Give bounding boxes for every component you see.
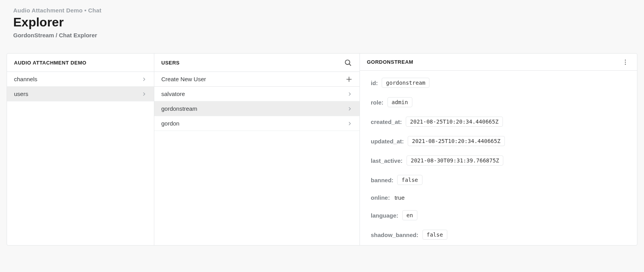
detail-value: false [397,175,422,185]
detail-row-id: id:gordonstream [371,78,626,88]
detail-row-createdat: created_at:2021-08-25T10:20:34.440665Z [371,117,626,127]
detail-row-online: online:true [371,194,626,201]
detail-label: role: [371,99,384,106]
detail-label: last_active: [371,157,403,164]
detail-value: admin [387,97,412,107]
page-title: Explorer [13,15,631,30]
detail-label: id: [371,80,378,86]
user-item-salvatore[interactable]: salvatore [154,87,360,101]
detail-label: language: [371,212,398,219]
detail-value: true [394,194,405,201]
chevron-right-icon [347,91,353,97]
sidebar-item-channels[interactable]: channels [7,72,154,87]
detail-body: id:gordonstreamrole:admincreated_at:2021… [360,71,637,245]
detail-row-banned: banned:false [371,175,626,185]
svg-line-1 [349,64,351,66]
detail-value: 2021-08-25T10:20:34.440665Z [408,136,505,146]
svg-point-5 [625,61,626,62]
detail-value: 2021-08-30T09:31:39.766875Z [407,155,504,166]
user-item-gordon[interactable]: gordon [154,116,360,131]
panel-users-list: salvatoregordonstreamgordon [154,87,360,131]
detail-label: created_at: [371,119,402,125]
user-item-gordonstream[interactable]: gordonstream [154,101,360,116]
create-user-button[interactable]: Create New User [154,72,360,87]
plus-icon [346,76,353,83]
chevron-right-icon [141,77,147,82]
more-vertical-icon[interactable] [621,58,630,67]
chevron-right-icon [347,106,353,112]
chevron-right-icon [347,121,353,126]
panel-app: Audio Attachment Demo channelsusers [7,54,154,245]
user-item-label: gordonstream [161,105,197,112]
detail-label: online: [371,194,390,201]
panel-users-title: Users [161,60,180,66]
user-item-label: salvatore [161,91,185,97]
panel-app-title: Audio Attachment Demo [14,60,86,66]
sidebar-item-users[interactable]: users [7,87,154,101]
breadcrumb: GordonStream / Chat Explorer [13,32,631,38]
panel-users-header: Users [154,54,360,72]
search-icon[interactable] [343,58,353,67]
create-user-label: Create New User [161,76,206,82]
svg-point-4 [625,59,626,60]
sidebar-item-label: channels [14,76,37,82]
detail-row-updatedat: updated_at:2021-08-25T10:20:34.440665Z [371,136,626,146]
explorer-panels: Audio Attachment Demo channelsusers User… [7,53,637,246]
panel-app-header: Audio Attachment Demo [7,54,154,72]
user-item-label: gordon [161,120,180,127]
detail-row-role: role:admin [371,97,626,107]
page-header: Audio Attachment Demo • Chat Explorer Go… [0,0,644,38]
detail-row-shadowbanned: shadow_banned:false [371,230,626,240]
chevron-right-icon [141,91,147,97]
sidebar-item-label: users [14,91,28,97]
detail-label: updated_at: [371,138,404,145]
detail-value: false [422,230,447,240]
detail-value: gordonstream [382,78,429,88]
detail-row-lastactive: last_active:2021-08-30T09:31:39.766875Z [371,155,626,166]
detail-value: 2021-08-25T10:20:34.440665Z [406,117,503,127]
svg-point-6 [625,64,626,65]
panel-users: Users Create New User salvatoregordonstr… [154,54,360,245]
panel-detail-header: GordonStream [360,54,637,71]
panel-detail-title: GordonStream [367,59,413,65]
panel-detail: GordonStream id:gordonstreamrole:admincr… [360,54,637,245]
detail-label: banned: [371,177,393,183]
panel-app-list: channelsusers [7,72,154,101]
detail-value: en [402,210,417,220]
detail-label: shadow_banned: [371,232,419,238]
header-context: Audio Attachment Demo • Chat [13,7,631,14]
detail-row-language: language:en [371,210,626,220]
